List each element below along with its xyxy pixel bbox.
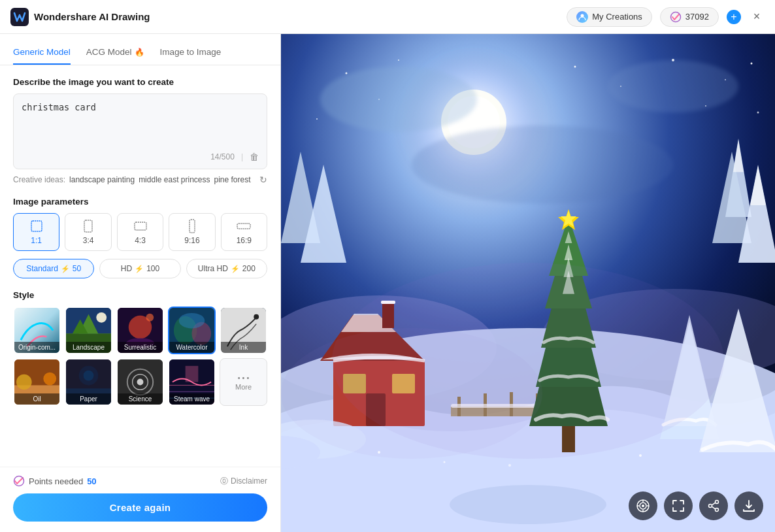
app-branding: Wondershare AI Drawing — [10, 8, 150, 26]
svg-rect-40 — [186, 366, 199, 382]
points-value: 50 — [87, 476, 96, 486]
style-watercolor-button[interactable]: Watercolor — [168, 307, 216, 354]
prompt-container: christmas card 14/500 | 🗑 — [13, 93, 267, 169]
style-ink-button[interactable]: Ink — [220, 307, 267, 354]
style-landscape-button[interactable]: Landscape — [65, 307, 112, 354]
tab-image-to-image[interactable]: Image to Image — [160, 42, 222, 65]
points-row: Points needed 50 ⓪ Disclaimer — [13, 475, 267, 487]
svg-rect-5 — [135, 222, 146, 230]
fullscreen-button[interactable] — [664, 491, 693, 520]
my-creations-button[interactable]: My Creations — [567, 7, 652, 27]
svg-point-119 — [709, 505, 712, 508]
style-surrealistic-button[interactable]: Surrealistic — [116, 307, 164, 354]
svg-point-56 — [316, 118, 318, 120]
tab-generic-model[interactable]: Generic Model — [13, 42, 71, 65]
creative-tag-0[interactable]: landscape painting — [69, 175, 135, 184]
quality-hd-icon: ⚡ — [135, 265, 144, 273]
credits-value: 37092 — [685, 12, 709, 22]
svg-point-108 — [639, 454, 642, 457]
svg-point-52 — [751, 63, 753, 65]
ratio-4-3-icon — [133, 219, 148, 233]
ratio-16-9-icon — [237, 219, 251, 233]
style-watercolor-thumb: Watercolor — [169, 308, 214, 353]
style-section-label: Style — [13, 290, 267, 300]
svg-point-120 — [716, 508, 719, 512]
download-button[interactable] — [734, 491, 763, 520]
refresh-ideas-button[interactable]: ↻ — [259, 175, 267, 185]
clear-prompt-button[interactable]: 🗑 — [250, 152, 259, 162]
tab-acg-model[interactable]: ACG Model 🔥 — [86, 42, 144, 65]
svg-point-57 — [320, 67, 477, 132]
svg-point-27 — [43, 373, 56, 386]
svg-point-26 — [16, 374, 32, 390]
style-steamwave-button[interactable]: Steam wave — [168, 358, 216, 406]
svg-point-35 — [137, 379, 144, 386]
quality-standard-button[interactable]: Standard ⚡ 50 — [13, 259, 94, 278]
char-count: 14/500 — [210, 152, 235, 161]
style-surrealistic-label: Surrealistic — [118, 342, 163, 353]
ratio-1-1-button[interactable]: 1:1 — [13, 213, 59, 251]
svg-point-58 — [608, 60, 738, 112]
app-title: Wondershare AI Drawing — [34, 11, 150, 22]
svg-point-48 — [574, 66, 576, 68]
creations-icon — [576, 11, 588, 23]
svg-point-46 — [346, 73, 348, 75]
style-paper-button[interactable]: Paper — [65, 358, 112, 406]
params-section-label: Image parameters — [13, 197, 267, 207]
style-paper-label: Paper — [66, 393, 111, 405]
svg-rect-6 — [190, 220, 195, 233]
svg-point-113 — [642, 505, 644, 507]
style-science-thumb: Science — [118, 359, 163, 405]
points-needed-label: Points needed — [29, 476, 83, 486]
ratio-16-9-button[interactable]: 16:9 — [221, 213, 267, 251]
svg-point-47 — [398, 59, 399, 61]
style-origin-button[interactable]: Origin-com... — [13, 307, 61, 354]
ratio-3-4-button[interactable]: 3:4 — [65, 213, 111, 251]
credits-button[interactable]: 37092 — [660, 7, 719, 27]
creative-ideas-label: Creative ideas: — [13, 175, 65, 184]
style-oil-thumb: Oil — [14, 359, 59, 405]
prompt-input[interactable]: christmas card — [22, 101, 259, 146]
share-button[interactable] — [699, 491, 728, 520]
ratio-9-16-icon — [185, 219, 199, 233]
quality-hd-button[interactable]: HD ⚡ 100 — [99, 259, 180, 278]
panel-body: Describe the image you want to create ch… — [0, 65, 280, 467]
disclaimer-button[interactable]: ⓪ Disclaimer — [220, 476, 267, 487]
style-oil-button[interactable]: Oil — [13, 358, 61, 406]
style-origin-label: Origin-com... — [14, 342, 59, 353]
enhance-button[interactable] — [629, 491, 657, 520]
style-landscape-thumb: Landscape — [66, 308, 111, 353]
more-label: More — [235, 383, 252, 391]
svg-point-59 — [412, 125, 673, 204]
style-more-button[interactable]: • • • More — [220, 358, 267, 406]
title-bar: Wondershare AI Drawing My Creations 3709… — [0, 0, 775, 34]
quality-uhd-button[interactable]: Ultra HD ⚡ 200 — [186, 259, 267, 278]
ratio-1-1-icon — [29, 219, 44, 233]
creative-tag-1[interactable]: middle east princess — [139, 175, 210, 184]
ratio-9-16-button[interactable]: 9:16 — [169, 213, 215, 251]
svg-point-30 — [84, 371, 94, 381]
style-steamwave-thumb: Steam wave — [169, 359, 214, 405]
style-ink-label: Ink — [221, 342, 266, 353]
close-button[interactable]: × — [749, 9, 765, 25]
svg-point-17 — [146, 314, 154, 322]
quality-buttons: Standard ⚡ 50 HD ⚡ 100 Ultra HD ⚡ 200 — [13, 259, 267, 278]
svg-point-21 — [179, 313, 205, 329]
create-again-button[interactable]: Create again — [13, 493, 267, 522]
generated-image — [281, 34, 775, 532]
main-content: Generic Model ACG Model 🔥 Image to Image… — [0, 34, 775, 532]
image-actions — [629, 491, 763, 520]
add-credits-button[interactable]: + — [727, 10, 741, 24]
style-science-label: Science — [118, 393, 163, 405]
style-science-button[interactable]: Science — [116, 358, 164, 406]
quality-standard-icon: ⚡ — [61, 265, 70, 273]
creative-tag-2[interactable]: pine forest — [214, 175, 251, 184]
ratio-3-4-icon — [81, 219, 95, 233]
acg-badge: 🔥 — [135, 48, 144, 57]
svg-point-106 — [378, 451, 380, 454]
style-section: Style — [13, 290, 267, 406]
svg-point-71 — [450, 485, 606, 524]
header-actions: My Creations 37092 + × — [567, 7, 765, 27]
ratio-4-3-button[interactable]: 4:3 — [117, 213, 163, 251]
style-grid: Origin-com... Landscap — [13, 307, 267, 406]
